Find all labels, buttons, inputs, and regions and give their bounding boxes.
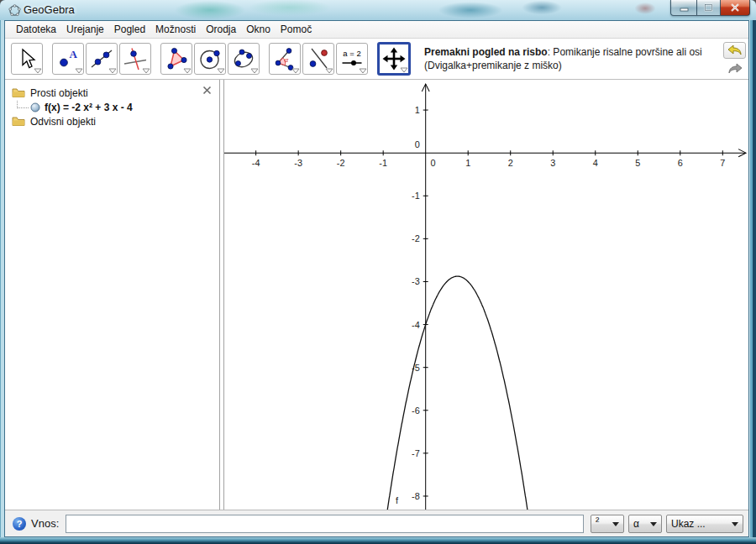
chevron-down-icon [650, 522, 657, 530]
svg-text:-7: -7 [412, 448, 420, 458]
tree-branch [17, 101, 29, 108]
free-objects-label: Prosti objekti [30, 87, 88, 99]
svg-text:0: 0 [431, 158, 436, 168]
dependent-objects-node[interactable]: Odvisni objekti [5, 114, 219, 128]
dropdown-arrow-icon [183, 68, 192, 74]
window-border-right [749, 20, 756, 537]
object-visibility-marker-icon[interactable] [30, 102, 40, 112]
tool-circle-button[interactable] [194, 43, 226, 75]
svg-text:0: 0 [415, 139, 420, 149]
dropdown-arrow-icon [400, 67, 408, 73]
svg-text:1: 1 [465, 158, 470, 168]
redo-icon [727, 63, 743, 75]
command-dropdown[interactable]: Ukaz ... [666, 515, 743, 533]
tool-perpendicular-line-button[interactable] [119, 43, 151, 75]
chevron-down-icon [612, 522, 619, 530]
input-bar: ? Vnos: ² α Ukaz ... [5, 510, 748, 536]
tool-help-title: Premakni pogled na risbo [424, 46, 548, 58]
maximize-icon [704, 3, 713, 12]
algebra-close-button[interactable] [201, 84, 213, 97]
svg-text:-1: -1 [379, 158, 387, 168]
window-border-bottom [0, 537, 756, 544]
dependent-objects-label: Odvisni objekti [30, 116, 96, 128]
greek-letter-dropdown[interactable]: α [628, 515, 662, 533]
minimize-button[interactable] [670, 0, 696, 16]
svg-text:α: α [285, 55, 289, 64]
command-dropdown-value: Ukaz ... [671, 518, 727, 530]
svg-text:-4: -4 [252, 158, 260, 168]
tool-line-button[interactable] [86, 43, 118, 75]
undo-button[interactable] [723, 42, 746, 59]
svg-text:a = 2: a = 2 [343, 49, 360, 58]
exponent-dropdown[interactable]: ² [591, 515, 624, 533]
dropdown-arrow-icon [217, 68, 225, 74]
toolbar: A [5, 39, 748, 80]
menu-item-pomoc[interactable]: Pomoč [276, 22, 317, 37]
menu-item-datoteka[interactable]: Datoteka [11, 22, 61, 37]
close-panel-icon [202, 86, 212, 95]
command-input[interactable] [66, 515, 584, 533]
menu-bar: Datoteka Urejanje Pogled Možnosti Orodja… [5, 21, 748, 39]
input-label: Vnos: [31, 517, 59, 530]
tool-conic-button[interactable] [228, 43, 260, 75]
algebra-item-label: f(x) = -2 x² + 3 x - 4 [45, 102, 133, 113]
svg-text:6: 6 [678, 158, 683, 168]
geogebra-logo-icon [8, 4, 21, 17]
dropdown-arrow-icon [325, 68, 333, 74]
svg-text:-4: -4 [412, 320, 420, 330]
tool-mirror-button[interactable] [302, 43, 334, 75]
tool-angle-button[interactable]: α [269, 43, 301, 75]
folder-icon [12, 116, 25, 127]
toolbar-help-text: Premakni pogled na risbo: Pomikanje risa… [424, 45, 717, 72]
svg-text:f: f [396, 495, 399, 505]
redo-button[interactable] [723, 60, 746, 77]
menu-item-okno[interactable]: Okno [241, 22, 276, 37]
menu-item-orodja[interactable]: Orodja [201, 22, 241, 37]
dropdown-arrow-icon [359, 68, 367, 74]
svg-text:7: 7 [720, 158, 725, 168]
dropdown-arrow-icon [291, 68, 300, 74]
undo-redo-group [723, 42, 746, 77]
greek-dropdown-value: α [633, 518, 645, 530]
input-help-icon[interactable]: ? [13, 517, 26, 531]
tool-slider-button[interactable]: a = 2 [336, 43, 368, 75]
menu-item-pogled[interactable]: Pogled [109, 22, 150, 37]
dropdown-arrow-icon [250, 68, 259, 74]
svg-text:-2: -2 [337, 158, 345, 168]
tool-move-button[interactable] [11, 43, 43, 75]
svg-text:-3: -3 [412, 276, 420, 286]
close-button[interactable] [721, 0, 750, 16]
svg-text:-2: -2 [412, 233, 420, 243]
dropdown-arrow-icon [34, 68, 42, 74]
folder-icon [12, 87, 25, 98]
main-area: Prosti objekti f(x) = -2 x² + 3 x - 4 [5, 80, 748, 510]
menu-item-urejanje[interactable]: Urejanje [61, 22, 109, 37]
tool-new-point-button[interactable]: A [52, 43, 84, 75]
svg-text:5: 5 [635, 158, 640, 168]
svg-text:A: A [70, 48, 78, 60]
menu-item-moznosti[interactable]: Možnosti [150, 22, 201, 37]
svg-text:3: 3 [550, 158, 555, 168]
dropdown-arrow-icon [75, 68, 83, 74]
graphics-view[interactable]: -4-3-2-10123456710-1-2-3-4-5-6-7-8f [224, 80, 748, 510]
geogebra-window: GeoGebra Datoteka Urejanje Pogled Možnos… [0, 0, 756, 544]
svg-text:-1: -1 [412, 191, 420, 201]
dropdown-arrow-icon [108, 68, 117, 74]
algebra-item-f[interactable]: f(x) = -2 x² + 3 x - 4 [5, 100, 219, 114]
title-bar[interactable]: GeoGebra [0, 0, 756, 20]
maximize-button[interactable] [696, 0, 721, 16]
tool-polygon-button[interactable] [160, 43, 192, 75]
coordinate-system: -4-3-2-10123456710-1-2-3-4-5-6-7-8f [224, 80, 748, 510]
free-objects-node[interactable]: Prosti objekti [5, 86, 219, 100]
undo-icon [727, 44, 743, 56]
svg-text:1: 1 [415, 105, 420, 115]
tool-move-graphics-view-button[interactable] [377, 42, 411, 76]
algebra-view: Prosti objekti f(x) = -2 x² + 3 x - 4 [5, 80, 219, 510]
svg-text:-8: -8 [412, 491, 420, 501]
close-icon [730, 3, 740, 12]
exponent-dropdown-value: ² [596, 515, 607, 527]
svg-text:2: 2 [508, 158, 513, 168]
svg-text:-3: -3 [294, 158, 302, 168]
svg-text:-6: -6 [412, 405, 420, 416]
window-title: GeoGebra [24, 3, 75, 16]
